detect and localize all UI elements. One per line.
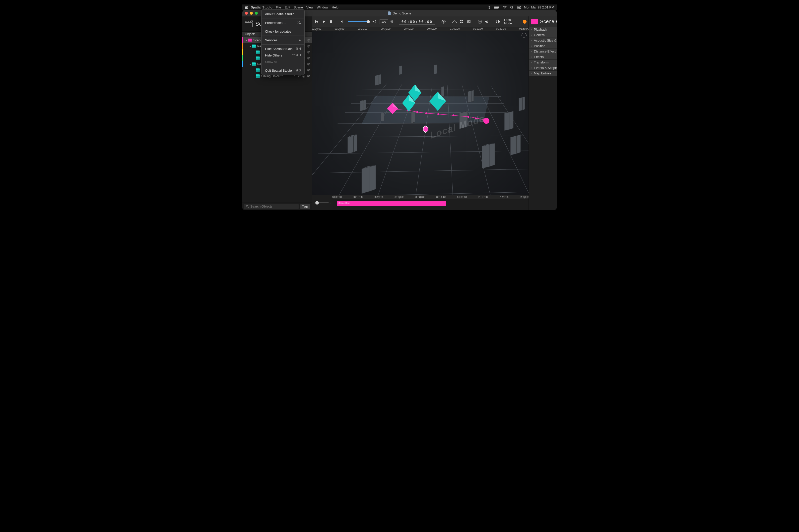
scene-root-clip[interactable]: Scene Root	[337, 201, 446, 206]
inspector-section[interactable]: ›General	[529, 32, 557, 38]
viewport-info-button[interactable]: i	[522, 33, 527, 38]
solo-button[interactable]: S	[293, 74, 296, 78]
inspector-section[interactable]: ›Playback	[529, 27, 557, 32]
svg-point-4	[510, 6, 512, 8]
timeline-ruler-top[interactable]: 00:00:0000:10:0000:20:0000:30:0000:40:00…	[312, 27, 528, 31]
perspective-icon[interactable]	[452, 19, 457, 25]
svg-marker-71	[434, 65, 437, 74]
app-menu-item[interactable]: Services▸	[261, 37, 304, 43]
tags-button[interactable]: Tags	[300, 204, 310, 209]
svg-rect-38	[462, 22, 463, 23]
svg-marker-89	[381, 113, 384, 121]
ruler-label: 01:00:00	[450, 27, 460, 30]
inspector-section-label: Map Entries	[534, 71, 551, 75]
visibility-icon[interactable]	[307, 44, 310, 48]
status-dot[interactable]	[523, 20, 527, 24]
ruler-tick	[379, 198, 379, 199]
svg-marker-81	[510, 136, 516, 155]
inspector-section[interactable]: ›Transform	[529, 60, 557, 65]
menubar-clock[interactable]: Mon Mar 28 2:01 PM	[524, 5, 554, 9]
pause-button[interactable]	[328, 19, 334, 25]
inspector-section[interactable]: ›Events & Scripts	[529, 65, 557, 71]
svg-point-30	[308, 76, 309, 77]
disclosure-icon[interactable]: ▾	[248, 63, 252, 66]
visibility-icon[interactable]	[307, 62, 310, 66]
cube-view-icon[interactable]	[441, 19, 447, 25]
mini-step-right[interactable]: ›	[330, 201, 331, 204]
ruler-label: 00:30:00	[381, 27, 391, 30]
menu-scene[interactable]: Scene	[294, 5, 303, 9]
document-icon	[387, 12, 391, 15]
app-menu-item[interactable]: Hide Others⌥⌘H	[261, 52, 304, 58]
visibility-icon[interactable]	[307, 69, 310, 72]
inspector-section-label: Acoustic Size & Shape	[534, 39, 557, 42]
visibility-icon[interactable]	[307, 56, 310, 60]
mini-timeline-track[interactable]: Scene Root	[333, 199, 528, 210]
inspector-section[interactable]: ›Effects	[529, 54, 557, 60]
menu-separator	[261, 66, 304, 66]
inspector-section[interactable]: ›Map Entries	[529, 71, 557, 76]
bluetooth-icon[interactable]	[488, 5, 490, 9]
menu-edit[interactable]: Edit	[285, 5, 290, 9]
disclosure-icon[interactable]: ›	[252, 51, 256, 54]
object-icon	[252, 44, 256, 48]
svg-marker-77	[504, 112, 510, 131]
menu-separator	[261, 27, 304, 27]
disclosure-icon[interactable]: ›	[252, 75, 256, 78]
globe-half-icon[interactable]	[495, 19, 501, 25]
app-menu-item: Show All	[261, 58, 304, 65]
settings-icon[interactable]	[302, 74, 306, 78]
mini-timeline-ruler[interactable]: 00:00:0000:10:0000:20:0000:30:0000:40:00…	[333, 195, 528, 199]
app-menu-item[interactable]: About Spatial Studio	[261, 11, 304, 17]
row-color-bar	[242, 37, 243, 43]
volume-slider[interactable]	[348, 21, 369, 22]
menu-file[interactable]: File	[276, 5, 281, 9]
battery-icon[interactable]	[494, 5, 500, 9]
svg-marker-79	[519, 97, 522, 111]
menu-window[interactable]: Window	[317, 5, 328, 9]
disclosure-icon[interactable]: ›	[252, 57, 256, 60]
sliders-icon[interactable]	[466, 19, 472, 25]
visibility-icon[interactable]	[307, 51, 310, 54]
inspector-section[interactable]: ›Acoustic Size & Shape	[529, 38, 557, 43]
menu-item-label: About Spatial Studio	[265, 12, 294, 16]
inspector-section[interactable]: ›Distance Effect	[529, 49, 557, 54]
volume-pct[interactable]: 100	[380, 19, 388, 24]
disclosure-icon[interactable]: ▾	[248, 45, 252, 48]
app-menu-item[interactable]: Check for updates	[261, 28, 304, 35]
skip-back-button[interactable]	[314, 19, 320, 25]
menu-help[interactable]: Help	[332, 5, 339, 9]
mute-icon[interactable]	[297, 74, 301, 78]
visibility-icon[interactable]	[307, 39, 310, 42]
play-button[interactable]	[321, 19, 327, 25]
traffic-zoom[interactable]	[255, 12, 258, 15]
traffic-minimize[interactable]	[250, 12, 253, 15]
inspector-section[interactable]: ›Position	[529, 43, 557, 49]
apple-logo-icon[interactable]	[245, 5, 248, 9]
timecode[interactable]: 00:00:00.00	[399, 19, 436, 25]
grid-view-icon[interactable]	[459, 19, 465, 25]
traffic-close[interactable]	[245, 12, 248, 15]
disclosure-icon[interactable]: ▾	[244, 39, 248, 42]
app-menu-item[interactable]: Quit Spatial Studio⌘Q	[261, 67, 304, 74]
visibility-icon[interactable]	[307, 74, 310, 78]
speaker-icon[interactable]	[484, 19, 490, 25]
control-center-icon[interactable]	[517, 5, 521, 9]
viewport-3d[interactable]: Local Mode i	[312, 31, 528, 195]
svg-point-15	[308, 46, 309, 47]
wifi-icon[interactable]	[503, 5, 507, 9]
disclosure-icon[interactable]: ›	[252, 69, 256, 72]
app-menu-item[interactable]: Hide Spatial Studio⌘H	[261, 45, 304, 52]
app-menu-spatial-studio[interactable]: Spatial Studio	[251, 5, 272, 9]
menu-view[interactable]: View	[306, 5, 313, 9]
mini-step-left[interactable]: ‹	[313, 201, 314, 204]
object-search[interactable]: Search Objects	[244, 204, 298, 209]
app-menu-item[interactable]: Preferences…⌘,	[261, 19, 304, 26]
svg-point-92	[416, 111, 418, 113]
ruler-tick	[504, 198, 504, 199]
object-icon	[252, 62, 256, 66]
mini-zoom-slider[interactable]	[316, 202, 329, 203]
svg-rect-36	[462, 20, 463, 21]
sync-icon[interactable]	[477, 19, 483, 25]
spotlight-icon[interactable]	[510, 5, 513, 9]
